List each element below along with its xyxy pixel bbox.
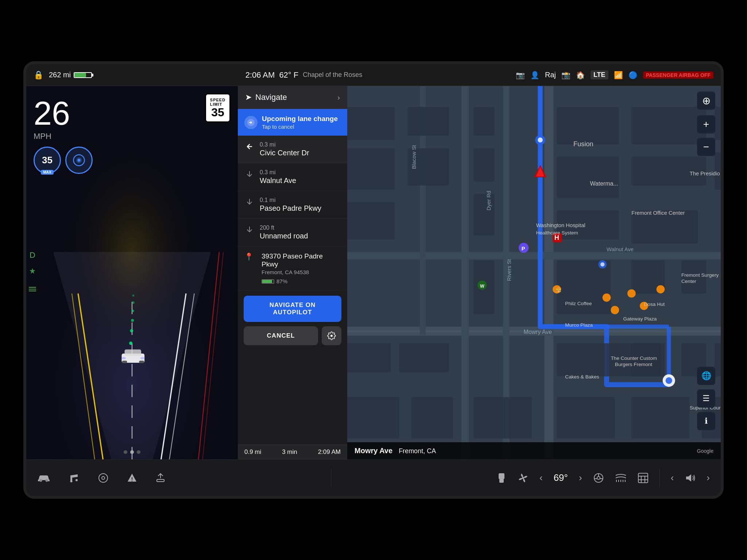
battery-fill bbox=[74, 73, 86, 77]
map-bottom-bar: Mowry Ave Fremont, CA Google bbox=[347, 442, 721, 459]
alerts-toolbar-icon[interactable] bbox=[127, 473, 137, 483]
time-temp: 2:06 AM 62° F Chapel of the Roses bbox=[245, 70, 363, 80]
svg-text:Rivers St: Rivers St bbox=[506, 259, 512, 281]
main-content: 26 MPH 35 MAX bbox=[26, 86, 721, 459]
svg-point-124 bbox=[102, 477, 105, 479]
battery-miles: 262 mi bbox=[49, 71, 71, 79]
bottom-toolbar: ‹ 69° › bbox=[26, 459, 721, 496]
speed-limit-label: SPEEDLIMIT bbox=[210, 98, 225, 106]
zoom-in-button[interactable]: + bbox=[697, 115, 715, 133]
svg-rect-125 bbox=[132, 477, 132, 480]
drive-indicator: D bbox=[30, 250, 35, 260]
footer-time: 3 min bbox=[282, 448, 297, 456]
lane-change-subtitle: Tap to cancel bbox=[262, 124, 338, 130]
svg-text:Mowry Ave: Mowry Ave bbox=[524, 329, 552, 335]
cancel-button[interactable]: CANCEL bbox=[244, 326, 318, 345]
turn-icon-3 bbox=[244, 198, 255, 206]
svg-point-83 bbox=[657, 285, 665, 293]
globe-button[interactable]: 🌐 bbox=[697, 367, 715, 385]
svg-rect-41 bbox=[347, 202, 395, 240]
map-location-text: Mowry Ave bbox=[355, 447, 392, 455]
svg-text:Blacow St: Blacow St bbox=[411, 145, 417, 169]
status-bar: 🔒 262 mi 2:06 AM 62° F Chapel of the Ros… bbox=[26, 64, 721, 86]
nav-footer: 0.9 mi 3 min 2:09 AM bbox=[238, 444, 347, 459]
battery-section: 87% bbox=[262, 278, 341, 284]
music-toolbar-icon[interactable] bbox=[69, 472, 80, 483]
svg-point-80 bbox=[611, 306, 619, 314]
info-button[interactable]: ℹ bbox=[697, 412, 715, 430]
toolbar-divider-1 bbox=[331, 469, 331, 487]
turn-icon-primary bbox=[244, 142, 255, 151]
temp-increase-button[interactable]: › bbox=[579, 472, 582, 483]
svg-point-76 bbox=[600, 262, 604, 267]
screen-toolbar-icon[interactable] bbox=[638, 472, 649, 483]
nav-chevron-icon[interactable]: › bbox=[337, 93, 340, 102]
svg-point-74 bbox=[538, 137, 543, 143]
svg-text:🍔: 🍔 bbox=[556, 287, 562, 293]
pagination-dots bbox=[124, 450, 140, 454]
vol-increase-button[interactable]: › bbox=[707, 472, 710, 483]
zoom-out-button[interactable]: − bbox=[697, 138, 715, 156]
settings-button[interactable] bbox=[322, 326, 341, 345]
svg-rect-37 bbox=[461, 86, 469, 459]
speed-limit-sign: SPEEDLIMIT 35 bbox=[205, 93, 231, 122]
step-info-4: 200 ft Unnamed road bbox=[260, 225, 308, 240]
svg-rect-65 bbox=[347, 397, 399, 439]
destination-section: 📍 39370 Paseo Padre Pkwy Fremont, CA 945… bbox=[238, 246, 347, 291]
temp-decrease-button[interactable]: ‹ bbox=[539, 472, 543, 483]
lane-change-title: Upcoming lane change bbox=[262, 115, 338, 123]
defrost-toolbar-icon[interactable] bbox=[615, 473, 627, 483]
svg-text:Walnut Ave: Walnut Ave bbox=[607, 246, 634, 252]
destination-sub: Fremont, CA 94538 bbox=[262, 269, 341, 275]
svg-rect-139 bbox=[638, 473, 648, 483]
nav-step-2: 0.3 mi Walnut Ave bbox=[238, 163, 347, 191]
svg-text:P: P bbox=[522, 246, 525, 252]
autopilot-nav-button[interactable]: NAVIGATE ON AUTOPILOT bbox=[244, 296, 341, 322]
turn-icon-4 bbox=[244, 225, 255, 233]
autopilot-panel: 26 MPH 35 MAX bbox=[26, 86, 238, 459]
svg-rect-66 bbox=[411, 397, 453, 439]
status-right: 📷 👤 Raj 📸 🏠 LTE 📶 🔵 PASSENGER AIRBAG OFF bbox=[516, 70, 713, 79]
lane-change-icon bbox=[244, 116, 258, 129]
map-panel: 🍔 H H P P bbox=[347, 86, 721, 459]
svg-text:Waterma...: Waterma... bbox=[590, 180, 618, 187]
svg-point-122 bbox=[76, 479, 78, 481]
nav-step-primary: 0.3 mi Civic Center Dr bbox=[238, 136, 347, 163]
svg-text:Burgers Fremont: Burgers Fremont bbox=[615, 362, 653, 367]
list-button[interactable]: ☰ bbox=[697, 389, 715, 408]
nav-step-3: 0.1 mi Paseo Padre Pkwy bbox=[238, 191, 347, 219]
lte-badge: LTE bbox=[591, 70, 608, 79]
battery-pct: 87% bbox=[276, 278, 287, 284]
fan-toolbar-icon[interactable] bbox=[518, 472, 529, 483]
lane-change-text: Upcoming lane change Tap to cancel bbox=[262, 115, 338, 130]
destination-icon: 📍 bbox=[244, 252, 253, 261]
left-indicators: D bbox=[28, 250, 37, 295]
set-speed-circle[interactable]: 35 MAX bbox=[34, 147, 61, 174]
volume-icon[interactable] bbox=[685, 473, 696, 483]
navigate-icon: ➤ bbox=[245, 93, 252, 102]
svg-point-25 bbox=[78, 159, 81, 162]
lane-change-banner[interactable]: Upcoming lane change Tap to cancel bbox=[238, 109, 347, 136]
compass-button[interactable]: ⊕ bbox=[697, 92, 715, 110]
map-svg: 🍔 H H P P bbox=[347, 86, 721, 459]
svg-point-81 bbox=[627, 289, 636, 298]
nav-step-4: 200 ft Unnamed road bbox=[238, 219, 347, 246]
speed-limit-number: 35 bbox=[211, 106, 224, 118]
dot-2 bbox=[130, 450, 134, 454]
steering-toolbar-icon[interactable] bbox=[593, 472, 604, 483]
svg-rect-126 bbox=[132, 481, 132, 481]
media-toolbar-icon[interactable] bbox=[98, 472, 109, 483]
step-road-3: Paseo Padre Pkwy bbox=[260, 204, 321, 213]
current-temp: 62° F bbox=[279, 70, 298, 80]
svg-rect-39 bbox=[347, 107, 395, 140]
dot-3 bbox=[137, 450, 140, 454]
map-controls-bottom: 🌐 ☰ ℹ bbox=[697, 367, 715, 430]
vol-decrease-button[interactable]: ‹ bbox=[671, 472, 674, 483]
toolbar-right: ‹ 69° › bbox=[496, 469, 710, 487]
car-toolbar-icon[interactable] bbox=[37, 473, 50, 483]
svg-rect-48 bbox=[557, 156, 619, 198]
seat-toolbar-icon[interactable] bbox=[496, 472, 507, 483]
map-location-display: Mowry Ave Fremont, CA bbox=[355, 447, 436, 455]
battery-indicator: 262 mi bbox=[49, 71, 92, 79]
upload-toolbar-icon[interactable] bbox=[155, 473, 166, 483]
